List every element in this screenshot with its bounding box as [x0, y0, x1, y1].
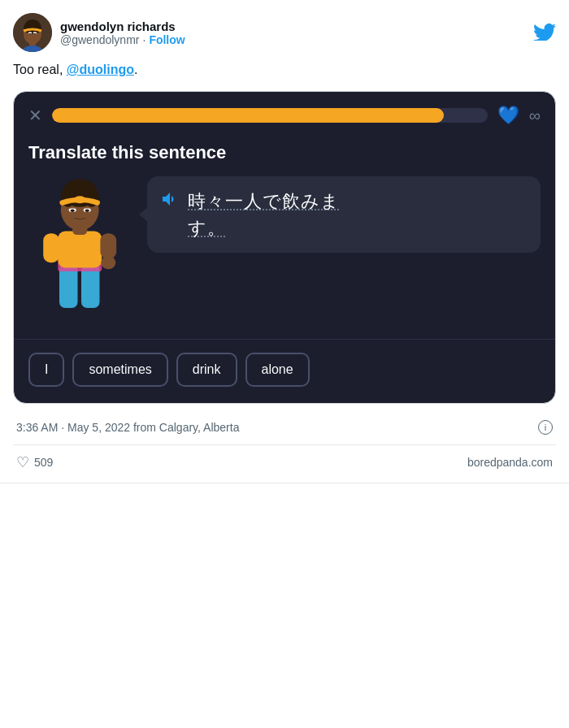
svg-rect-11 — [100, 233, 116, 259]
word-chip-drink[interactable]: drink — [176, 353, 237, 387]
follow-button[interactable]: Follow — [149, 33, 185, 46]
infinity-icon: ∞ — [529, 106, 541, 125]
sound-icon[interactable] — [160, 189, 180, 213]
heart-icon: 💙 — [497, 105, 519, 126]
close-icon[interactable]: ✕ — [28, 106, 42, 125]
like-count: 509 — [34, 456, 53, 469]
word-chip-alone[interactable]: alone — [245, 353, 310, 387]
tweet-container: gwendolyn richards @gwendolynmr · Follow… — [0, 0, 569, 483]
word-chip-i[interactable]: I — [28, 353, 64, 387]
like-icon: ♡ — [16, 453, 29, 471]
word-chip-sometimes[interactable]: sometimes — [72, 353, 167, 387]
bubble-content: 時々一人で飲みます。 — [160, 188, 528, 241]
svg-point-12 — [101, 256, 115, 269]
progress-bar-fill — [52, 108, 444, 123]
japanese-text-dotted: 時々一人で飲みます。 — [188, 191, 340, 238]
japanese-text: 時々一人で飲みます。 — [188, 188, 340, 241]
tweet-text: Too real, @duolingo. — [13, 60, 556, 80]
character-area — [28, 176, 134, 323]
user-info: gwendolyn richards @gwendolynmr · Follow — [13, 13, 185, 52]
tweet-actions: ♡ 509 boredpanda.com — [13, 444, 556, 483]
svg-point-19 — [74, 196, 85, 203]
tweet-text-suffix: . — [134, 63, 137, 76]
like-action[interactable]: ♡ 509 — [16, 453, 53, 471]
twitter-logo — [533, 21, 556, 44]
progress-bar-background — [52, 108, 488, 123]
avatar — [13, 13, 52, 52]
duolingo-card: ✕ 💙 ∞ Translate this sentence — [13, 91, 556, 404]
svg-rect-10 — [43, 233, 59, 262]
tweet-text-prefix: Too real, — [13, 63, 67, 76]
user-text-block: gwendolyn richards @gwendolynmr · Follow — [60, 20, 185, 46]
svg-point-23 — [85, 210, 89, 213]
speech-bubble: 時々一人で飲みます。 — [147, 176, 541, 253]
display-name: gwendolyn richards — [60, 20, 185, 33]
card-title: Translate this sentence — [14, 136, 555, 176]
svg-rect-9 — [58, 232, 102, 268]
tweet-mention[interactable]: @duolingo — [67, 63, 134, 76]
tweet-timestamp: 3:36 AM · May 5, 2022 from Calgary, Albe… — [16, 421, 239, 434]
user-handle: @gwendolynmr — [60, 33, 139, 46]
tweet-header: gwendolyn richards @gwendolynmr · Follow — [13, 13, 556, 52]
word-bank: I sometimes drink alone — [14, 339, 555, 403]
svg-point-22 — [71, 210, 75, 213]
svg-point-5 — [25, 20, 40, 29]
user-meta: @gwendolynmr · Follow — [60, 33, 185, 46]
card-top-bar: ✕ 💙 ∞ — [14, 92, 555, 136]
tweet-footer-row: 3:36 AM · May 5, 2022 from Calgary, Albe… — [13, 414, 556, 444]
dot-separator: · — [142, 33, 146, 46]
card-content: 時々一人で飲みます。 — [14, 176, 555, 339]
bored-panda-watermark: boredpanda.com — [467, 456, 553, 469]
info-icon[interactable]: i — [538, 420, 553, 435]
